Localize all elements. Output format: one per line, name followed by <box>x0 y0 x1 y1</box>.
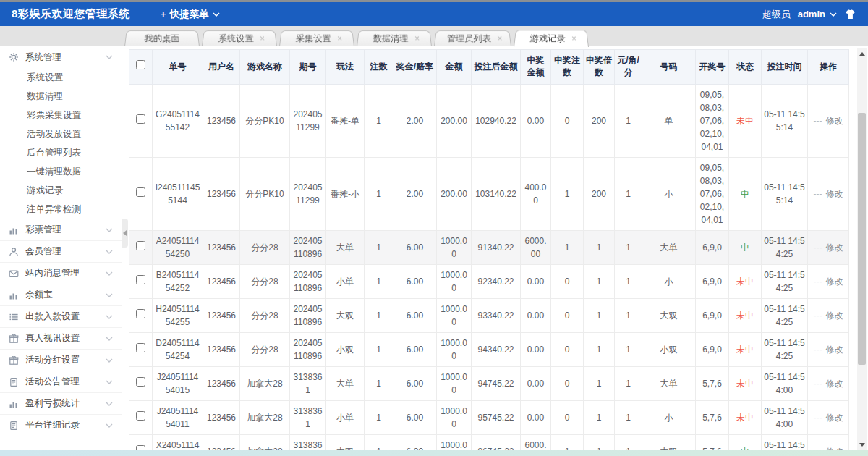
sidebar-item-payment-settings[interactable]: 出款入款设置 <box>0 305 122 327</box>
column-header: 注数 <box>365 50 393 85</box>
cell-period: 20240511299 <box>290 84 326 157</box>
chevron-down-icon <box>106 228 113 232</box>
sidebar-item-activity-notice-management[interactable]: 活动公告管理 <box>0 371 122 392</box>
sidebar-subitem[interactable]: 游戏记录 <box>0 181 122 200</box>
row-checkbox[interactable] <box>136 377 145 387</box>
sidebar-subitem[interactable]: 系统设置 <box>0 68 122 87</box>
sidebar-subitem[interactable]: 一键清理数据 <box>0 162 122 181</box>
sidebar-collapse-handle[interactable] <box>122 219 128 248</box>
cell-after-amount: 94745.22 <box>472 366 521 400</box>
cell-order-no: J2405111454015 <box>153 366 203 400</box>
row-select-cell <box>129 332 153 366</box>
doc-icon <box>9 377 19 387</box>
tab-admin-list[interactable]: 管理员列表× <box>434 30 511 46</box>
sidebar-item-lottery-management[interactable]: 彩票管理 <box>0 219 122 240</box>
tab-label: 管理员列表 <box>446 33 491 44</box>
sidebar-item-activity-dividend-settings[interactable]: 活动分红设置 <box>0 349 122 371</box>
cell-win-bets: 0 <box>551 400 584 434</box>
row-checkbox[interactable] <box>136 275 145 284</box>
sidebar-item-member-management[interactable]: 会员管理 <box>0 240 122 262</box>
app-title: 8彩娱乐欢迎您管理系统 <box>12 7 130 21</box>
select-all-cell <box>129 50 153 85</box>
edit-link[interactable]: 修改 <box>826 345 843 355</box>
cell-odds: 6.00 <box>393 332 437 366</box>
sidebar-subitem[interactable]: 数据清理 <box>0 87 122 106</box>
sidebar-subitem[interactable]: 注单异常检测 <box>0 200 122 219</box>
cell-period: 202405110896 <box>290 298 326 332</box>
row-checkbox[interactable] <box>136 241 145 250</box>
edit-link[interactable]: 修改 <box>826 379 843 389</box>
chevron-down-icon <box>106 293 113 297</box>
scroll-up-arrow[interactable] <box>857 49 867 58</box>
sidebar-subitem-label: 活动发放设置 <box>27 128 81 140</box>
cell-bets: 1 <box>365 264 393 298</box>
vertical-scrollbar[interactable] <box>857 48 867 450</box>
quick-menu-button[interactable]: + 快捷菜单 <box>161 8 220 21</box>
sidebar-subitem[interactable]: 彩票采集设置 <box>0 106 122 124</box>
row-checkbox[interactable] <box>136 114 145 124</box>
sidebar-item-platform-detail-records[interactable]: 平台详细记录 <box>0 414 122 436</box>
tab-game-records[interactable]: 游戏记录× <box>514 30 589 47</box>
sidebar-item-label: 活动分红设置 <box>25 354 80 366</box>
row-checkbox[interactable] <box>136 343 145 352</box>
column-header: 中奖倍数 <box>584 50 615 85</box>
cell-after-amount: 93340.22 <box>472 298 521 332</box>
tab-system-settings[interactable]: 系统设置× <box>202 30 277 46</box>
tab-close-icon[interactable]: × <box>337 35 343 43</box>
tab-close-icon[interactable]: × <box>571 35 576 43</box>
edit-link[interactable]: 修改 <box>826 311 843 321</box>
edit-link[interactable]: 修改 <box>826 276 843 287</box>
chevron-down-icon <box>106 380 113 384</box>
cell-draw: 5,7,6 <box>696 400 729 434</box>
cell-number: 小双 <box>642 332 696 366</box>
username: admin <box>798 9 825 20</box>
edit-link[interactable]: 修改 <box>826 413 843 423</box>
cell-number: 大单 <box>642 230 696 264</box>
select-all-checkbox[interactable] <box>136 60 145 69</box>
cell-status: 未中 <box>729 366 762 400</box>
sidebar-subitem-label: 系统设置 <box>27 72 63 84</box>
cell-order-no: B2405111454252 <box>153 264 203 298</box>
cell-play: 大单 <box>326 366 365 400</box>
row-checkbox[interactable] <box>136 309 145 318</box>
app-window: 8彩娱乐欢迎您管理系统 + 快捷菜单 超级员 admin 我的桌面系统设置×采集… <box>0 0 868 456</box>
sidebar-subitem[interactable]: 活动发放设置 <box>0 124 122 143</box>
cell-time: 05-11 14:54:25 <box>762 264 808 298</box>
edit-link[interactable]: 修改 <box>826 116 843 126</box>
sidebar-item-site-message-management[interactable]: 站内消息管理 <box>0 262 122 284</box>
triangle-down-icon <box>859 443 865 447</box>
sidebar-item-yuebao[interactable]: 余额宝 <box>0 284 122 305</box>
cell-time: 05-11 14:54:00 <box>762 400 808 434</box>
sidebar-item-system-management[interactable]: 系统管理 <box>0 46 122 68</box>
tab-close-icon[interactable]: × <box>414 35 420 43</box>
sidebar-item-live-video-settings[interactable]: 真人视讯设置 <box>0 327 122 349</box>
cell-win-times: 1 <box>584 332 615 366</box>
cell-status: 未中 <box>729 84 762 157</box>
edit-link[interactable]: 修改 <box>826 189 843 199</box>
tab-collect-settings[interactable]: 采集设置× <box>279 30 354 46</box>
sidebar-subitem[interactable]: 后台管理列表 <box>0 143 122 162</box>
row-checkbox[interactable] <box>136 187 145 197</box>
sidebar-item-label: 余额宝 <box>25 289 53 301</box>
cell-order-no: D2405111454254 <box>153 332 203 366</box>
cell-win-times: 1 <box>584 230 615 264</box>
tab-data-cleanup[interactable]: 数据清理× <box>357 30 432 46</box>
row-checkbox[interactable] <box>136 411 145 421</box>
chart-icon <box>9 399 19 409</box>
cell-draw: 6,9,0 <box>696 332 729 366</box>
op-dash-text: --- <box>814 311 822 321</box>
collapse-arrow-icon <box>123 230 127 236</box>
scrollbar-thumb[interactable] <box>858 113 866 365</box>
tab-close-icon[interactable]: × <box>260 35 265 43</box>
scroll-down-arrow[interactable] <box>857 440 867 449</box>
shirt-icon[interactable] <box>844 9 856 20</box>
sidebar-subitem-label: 注单异常检测 <box>27 203 81 216</box>
tab-my-desktop[interactable]: 我的桌面 <box>124 30 200 46</box>
table-row: G2405111455142123456分分PK1020240511299番摊-… <box>129 84 849 157</box>
edit-link[interactable]: 修改 <box>826 242 843 253</box>
user-menu[interactable]: admin <box>798 9 837 20</box>
tab-close-icon[interactable]: × <box>497 35 503 43</box>
cell-odds: 6.00 <box>393 230 437 264</box>
cell-username: 123456 <box>203 84 240 157</box>
sidebar-item-profit-loss-stats[interactable]: 盈利亏损统计 <box>0 392 122 414</box>
